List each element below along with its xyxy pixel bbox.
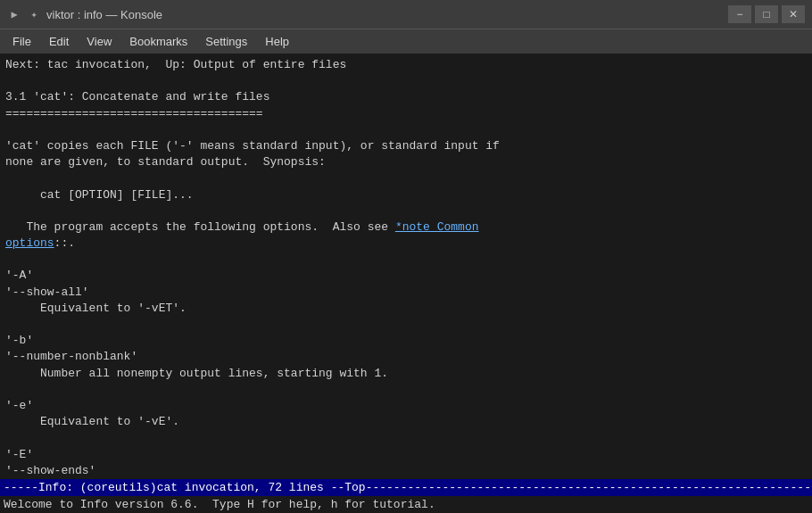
line-blank4 <box>5 203 807 219</box>
line-blank6 <box>5 317 807 333</box>
line-options-intro: The program accepts the following option… <box>5 219 807 252</box>
line-synopsis: cat [OPTION] [FILE]... <box>5 187 807 203</box>
line-heading: 3.1 'cat': Concatenate and write files <box>5 89 807 105</box>
title-bar: ▶ ✦ viktor : info — Konsole − □ ✕ <box>0 0 812 29</box>
window-controls: − □ ✕ <box>728 5 805 23</box>
pin-icon: ✦ <box>27 7 41 21</box>
konsole-window: ▶ ✦ viktor : info — Konsole − □ ✕ File E… <box>0 0 812 513</box>
line-opt-E1: '-E' <box>5 447 807 463</box>
line-opt-e1: '-e' <box>5 398 807 414</box>
line-blank2 <box>5 122 807 138</box>
line-opt-e2: Equivalent to '-vE'. <box>5 414 807 430</box>
terminal-content: Next: tac invocation, Up: Output of enti… <box>0 54 812 479</box>
line-next: Next: tac invocation, Up: Output of enti… <box>5 57 807 73</box>
welcome-bar: Welcome to Info version 6.6. Type H for … <box>0 496 812 513</box>
line-opt-E2: '--show-ends' <box>5 463 807 479</box>
terminal-icon: ▶ <box>7 7 21 21</box>
menu-bookmarks[interactable]: Bookmarks <box>120 33 196 50</box>
line-opt-b3: Number all nonempty output lines, starti… <box>5 366 807 382</box>
line-opt-a2: '--show-all' <box>5 285 807 301</box>
line-opt-a3: Equivalent to '-vET'. <box>5 301 807 317</box>
line-desc2: none are given, to standard output. Syno… <box>5 154 807 170</box>
line-blank3 <box>5 170 807 186</box>
line-blank7 <box>5 382 807 398</box>
menu-settings[interactable]: Settings <box>196 33 256 50</box>
status-bar: -----Info: (coreutils)cat invocation, 72… <box>0 479 812 496</box>
line-blank5 <box>5 252 807 268</box>
maximize-button[interactable]: □ <box>755 5 778 23</box>
line-separator: ===================================== <box>5 106 807 122</box>
common-options-link[interactable]: *note Common options <box>5 220 479 250</box>
title-bar-left: ▶ ✦ viktor : info — Konsole <box>7 7 162 21</box>
window-title: viktor : info — Konsole <box>46 8 162 21</box>
line-opt-a1: '-A' <box>5 268 807 284</box>
line-blank8 <box>5 430 807 446</box>
menu-file[interactable]: File <box>4 33 40 50</box>
line-opt-b2: '--number-nonblank' <box>5 349 807 365</box>
menu-edit[interactable]: Edit <box>40 33 78 50</box>
minimize-button[interactable]: − <box>728 5 751 23</box>
close-button[interactable]: ✕ <box>782 5 805 23</box>
line-desc1: 'cat' copies each FILE ('-' means standa… <box>5 138 807 154</box>
line-opt-b1: '-b' <box>5 333 807 349</box>
menu-help[interactable]: Help <box>256 33 298 50</box>
menu-view[interactable]: View <box>78 33 120 50</box>
menu-bar: File Edit View Bookmarks Settings Help <box>0 29 812 54</box>
line-blank1 <box>5 73 807 89</box>
